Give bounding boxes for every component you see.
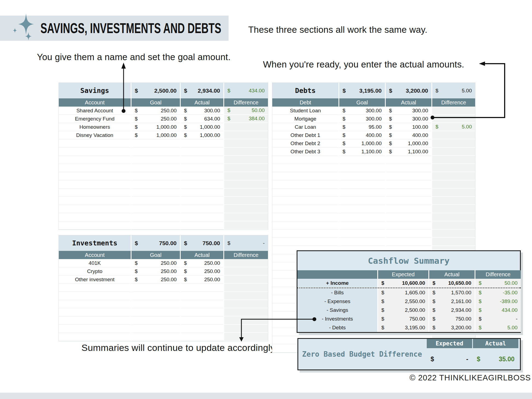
empty-cell[interactable] (131, 316, 180, 325)
empty-cell[interactable] (272, 180, 338, 189)
empty-cell[interactable] (386, 221, 431, 230)
actual-cell[interactable]: $750.00 (429, 315, 475, 323)
difference-cell[interactable]: $-35.00 (475, 288, 521, 297)
empty-cell[interactable] (339, 221, 385, 230)
empty-cell[interactable] (224, 156, 268, 164)
actual-cell[interactable]: $300.00 (386, 115, 431, 123)
empty-cell[interactable] (59, 333, 131, 341)
empty-cell[interactable] (432, 172, 475, 180)
empty-cell[interactable] (181, 139, 223, 148)
empty-cell[interactable] (386, 205, 431, 213)
summary-goal-cell[interactable]: $750.00 (131, 235, 180, 251)
difference-cell[interactable]: $50.00 (224, 107, 268, 115)
summary-actual-cell[interactable]: $750.00 (181, 235, 223, 251)
empty-cell[interactable] (432, 197, 475, 205)
name-cell[interactable]: Student Loan (272, 107, 338, 115)
empty-cell[interactable] (181, 284, 223, 292)
difference-cell[interactable]: $384.00 (224, 115, 268, 123)
goal-cell[interactable]: $250.00 (131, 267, 180, 275)
empty-cell[interactable] (131, 284, 180, 292)
empty-cell[interactable] (131, 325, 180, 333)
name-cell[interactable]: Other Debt 2 (272, 139, 338, 148)
name-cell[interactable]: Emergency Fund (59, 115, 131, 123)
name-cell[interactable]: Homeowners (59, 123, 131, 131)
empty-cell[interactable] (386, 213, 431, 221)
difference-cell[interactable]: $434.00 (475, 306, 521, 315)
empty-cell[interactable] (432, 156, 475, 164)
empty-cell[interactable] (59, 164, 131, 172)
summary-actual-cell[interactable]: $2,934.00 (181, 83, 223, 98)
name-cell[interactable]: Other Debt 3 (272, 148, 338, 156)
empty-cell[interactable] (432, 189, 475, 197)
zbbd-actual-value[interactable]: $35.00 (473, 349, 518, 369)
empty-cell[interactable] (181, 197, 223, 205)
empty-cell[interactable] (181, 300, 223, 308)
empty-cell[interactable] (131, 205, 180, 213)
empty-cell[interactable] (59, 300, 131, 308)
name-cell[interactable]: Car Loan (272, 123, 338, 131)
empty-cell[interactable] (131, 156, 180, 164)
name-cell[interactable]: Crypto (59, 267, 131, 275)
name-cell[interactable]: Shared Account (59, 107, 131, 115)
empty-cell[interactable] (339, 205, 385, 213)
summary-difference-cell[interactable]: $434.00 (224, 83, 268, 98)
actual-cell[interactable]: $1,570.00 (429, 288, 475, 297)
empty-cell[interactable] (181, 172, 223, 180)
goal-cell[interactable]: $1,000.00 (131, 123, 180, 131)
empty-cell[interactable] (59, 316, 131, 325)
empty-cell[interactable] (272, 197, 338, 205)
name-cell[interactable]: Disney Vacation (59, 131, 131, 139)
empty-cell[interactable] (131, 221, 180, 230)
actual-cell[interactable]: $1,000.00 (181, 123, 223, 131)
empty-cell[interactable] (181, 148, 223, 156)
difference-cell[interactable] (432, 115, 475, 123)
empty-cell[interactable] (131, 189, 180, 197)
empty-cell[interactable] (386, 238, 431, 246)
expected-cell[interactable]: $1,605.00 (378, 288, 428, 297)
empty-cell[interactable] (224, 197, 268, 205)
empty-cell[interactable] (59, 205, 131, 213)
difference-cell[interactable] (432, 139, 475, 148)
goal-cell[interactable]: $300.00 (339, 107, 385, 115)
empty-cell[interactable] (131, 308, 180, 316)
difference-cell[interactable]: $- (475, 315, 521, 323)
empty-cell[interactable] (224, 292, 268, 300)
empty-cell[interactable] (272, 205, 338, 213)
difference-cell[interactable] (432, 131, 475, 139)
empty-cell[interactable] (59, 221, 131, 230)
actual-cell[interactable]: $3,200.00 (429, 323, 475, 332)
goal-cell[interactable]: $400.00 (339, 131, 385, 139)
empty-cell[interactable] (59, 148, 131, 156)
empty-cell[interactable] (432, 164, 475, 172)
empty-cell[interactable] (339, 238, 385, 246)
empty-cell[interactable] (59, 189, 131, 197)
goal-cell[interactable]: $1,000.00 (131, 131, 180, 139)
empty-cell[interactable] (272, 156, 338, 164)
goal-cell[interactable]: $250.00 (131, 115, 180, 123)
empty-cell[interactable] (386, 197, 431, 205)
empty-cell[interactable] (131, 164, 180, 172)
empty-cell[interactable] (386, 189, 431, 197)
empty-cell[interactable] (181, 189, 223, 197)
actual-cell[interactable]: $1,100.00 (386, 148, 431, 156)
actual-cell[interactable]: $300.00 (386, 107, 431, 115)
empty-cell[interactable] (59, 172, 131, 180)
zbbd-expected-value[interactable]: $- (427, 349, 472, 369)
actual-cell[interactable]: $2,161.00 (429, 297, 475, 306)
empty-cell[interactable] (224, 172, 268, 180)
empty-cell[interactable] (181, 325, 223, 333)
empty-cell[interactable] (59, 156, 131, 164)
goal-cell[interactable]: $95.00 (339, 123, 385, 131)
difference-cell[interactable]: $5.00 (475, 323, 521, 332)
empty-cell[interactable] (59, 139, 131, 148)
difference-cell[interactable] (432, 148, 475, 156)
empty-cell[interactable] (339, 156, 385, 164)
empty-cell[interactable] (59, 292, 131, 300)
empty-cell[interactable] (181, 221, 223, 230)
empty-cell[interactable] (181, 308, 223, 316)
difference-cell[interactable]: $5.00 (432, 123, 475, 131)
empty-cell[interactable] (224, 300, 268, 308)
summary-difference-cell[interactable]: $5.00 (432, 83, 475, 98)
empty-cell[interactable] (432, 205, 475, 213)
empty-cell[interactable] (386, 180, 431, 189)
